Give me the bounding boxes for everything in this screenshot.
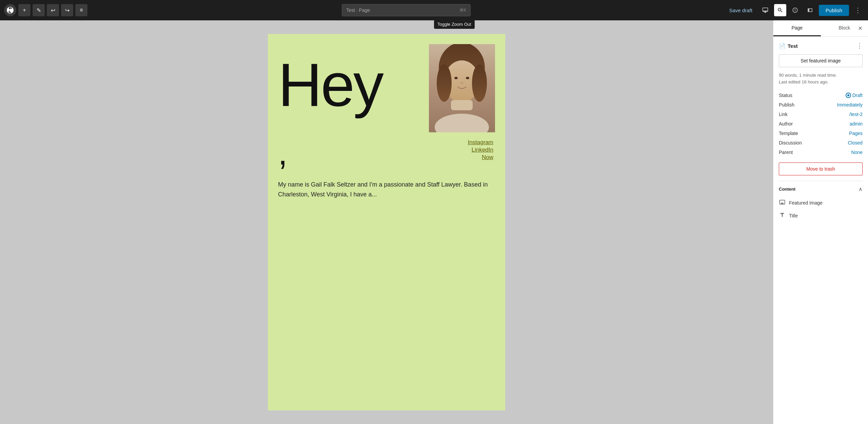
- tools-button[interactable]: ✎: [33, 4, 45, 16]
- style-icon: [792, 7, 798, 13]
- instagram-link[interactable]: Instagram: [468, 139, 493, 146]
- sidebar-body: 📄 Test ⋮ Set featured image 90 words, 1 …: [773, 37, 868, 424]
- topbar-right: Save draft Publish ⋮: [725, 4, 864, 16]
- featured-image-label: Featured Image: [789, 200, 823, 206]
- add-block-button[interactable]: +: [18, 4, 31, 16]
- publish-label: Publish: [779, 102, 794, 108]
- topbar-center: Test · Page ⌘K: [90, 4, 722, 16]
- template-row: Template Pages: [779, 129, 863, 138]
- page-more-options[interactable]: ⋮: [856, 42, 863, 50]
- topbar: + ✎ ↩ ↪ ≡ Test · Page ⌘K Save draft Publ…: [0, 0, 868, 20]
- content-section-header[interactable]: Content ∧: [779, 186, 863, 192]
- style-button[interactable]: [789, 4, 801, 16]
- undo-button[interactable]: ↩: [47, 4, 59, 16]
- discussion-row: Discussion Closed: [779, 138, 863, 148]
- list-view-button[interactable]: ≡: [75, 4, 87, 16]
- more-options-button[interactable]: ⋮: [852, 4, 864, 16]
- content-section-label: Content: [779, 187, 795, 192]
- toggle-zoom-out-button[interactable]: [774, 4, 786, 16]
- author-row: Author admin: [779, 119, 863, 129]
- links-block: Instagram LinkedIn Now: [468, 139, 493, 161]
- desktop-icon: [762, 7, 768, 13]
- canvas-area[interactable]: Hey Instagram LinkedIn Now , My name is …: [0, 20, 773, 424]
- search-shortcut: ⌘K: [459, 8, 466, 13]
- topbar-left: + ✎ ↩ ↪ ≡: [4, 4, 87, 16]
- template-label: Template: [779, 131, 798, 136]
- author-value[interactable]: admin: [850, 121, 863, 127]
- page-title-icon: 📄: [779, 43, 786, 49]
- settings-sidebar-button[interactable]: [804, 4, 816, 16]
- move-to-trash-button[interactable]: Move to trash: [779, 162, 863, 175]
- linkedin-link[interactable]: LinkedIn: [468, 147, 493, 153]
- redo-button[interactable]: ↪: [61, 4, 73, 16]
- svg-point-5: [437, 64, 452, 102]
- body-text: My name is Gail Falk Seltzer and I'm a p…: [268, 170, 505, 199]
- content-item-featured-image[interactable]: Featured Image: [779, 196, 863, 209]
- portrait-svg: [429, 44, 495, 132]
- sidebar-tabs: Page Block ×: [773, 20, 868, 37]
- set-featured-image-button[interactable]: Set featured image: [779, 54, 863, 67]
- publish-row: Publish Immediately: [779, 100, 863, 110]
- svg-rect-8: [451, 100, 473, 110]
- content-item-title[interactable]: Title: [779, 209, 863, 222]
- publish-button[interactable]: Publish: [819, 5, 849, 16]
- zoom-out-icon: [777, 7, 783, 13]
- svg-point-4: [466, 77, 469, 79]
- svg-point-6: [472, 64, 487, 102]
- portrait-image: [429, 44, 495, 132]
- wp-logo-icon: [7, 7, 14, 14]
- sidebar-icon: [807, 7, 813, 13]
- status-label: Status: [779, 93, 792, 98]
- parent-value[interactable]: None: [851, 150, 863, 155]
- view-desktop-button[interactable]: [759, 4, 771, 16]
- right-sidebar: Page Block × 📄 Test ⋮ Set featured image…: [773, 20, 868, 424]
- meta-words: 90 words, 1 minute read time.: [779, 72, 863, 79]
- wp-logo[interactable]: [4, 4, 16, 16]
- page-canvas: Hey Instagram LinkedIn Now , My name is …: [268, 34, 505, 410]
- link-row: Link /test-2: [779, 110, 863, 119]
- search-bar-text: Test · Page: [346, 7, 457, 13]
- featured-image-icon: [779, 199, 786, 207]
- template-value[interactable]: Pages: [849, 131, 863, 136]
- discussion-value[interactable]: Closed: [848, 140, 863, 146]
- draft-circle-icon: [846, 93, 851, 98]
- content-section: Content ∧ Featured Image Title: [779, 181, 863, 222]
- page-title-row: 📄 Test ⋮: [779, 42, 863, 50]
- page-title-left: 📄 Test: [779, 43, 798, 49]
- tab-page[interactable]: Page: [773, 20, 821, 36]
- main-area: Hey Instagram LinkedIn Now , My name is …: [0, 20, 868, 424]
- status-value[interactable]: Draft: [846, 93, 863, 98]
- command-search-bar[interactable]: Test · Page ⌘K: [342, 4, 471, 16]
- title-label: Title: [789, 213, 798, 218]
- link-label: Link: [779, 112, 788, 117]
- save-draft-button[interactable]: Save draft: [725, 5, 756, 15]
- content-collapse-icon: ∧: [859, 186, 863, 192]
- link-value[interactable]: /test-2: [849, 112, 863, 117]
- close-sidebar-button[interactable]: ×: [855, 23, 865, 34]
- title-icon: [779, 212, 786, 219]
- page-title-text: Test: [788, 43, 798, 49]
- discussion-label: Discussion: [779, 140, 802, 146]
- meta-edited: Last edited 16 hours ago.: [779, 79, 863, 85]
- status-row: Status Draft: [779, 91, 863, 100]
- parent-label: Parent: [779, 150, 793, 155]
- status-text: Draft: [852, 93, 863, 98]
- publish-value[interactable]: Immediately: [837, 102, 863, 108]
- author-label: Author: [779, 121, 793, 127]
- parent-row: Parent None: [779, 148, 863, 157]
- svg-point-3: [454, 77, 458, 79]
- meta-info: 90 words, 1 minute read time. Last edite…: [779, 72, 863, 85]
- now-link[interactable]: Now: [468, 154, 493, 161]
